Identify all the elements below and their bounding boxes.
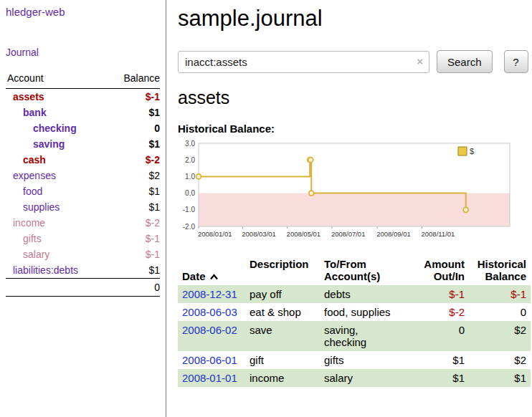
account-row: bank $1 <box>6 105 160 120</box>
register-date-link[interactable]: 2008-06-01 <box>182 354 237 366</box>
account-row: gifts $-1 <box>6 231 160 246</box>
svg-text:$: $ <box>470 147 474 155</box>
accounts-header-balance: Balance <box>108 70 160 89</box>
account-row: food $1 <box>6 183 160 199</box>
svg-text:2008/09/01: 2008/09/01 <box>376 230 411 238</box>
account-row: salary $-1 <box>6 246 160 262</box>
svg-text:2008/01/01: 2008/01/01 <box>198 230 232 238</box>
register-table: Date Description To/From Account(s) Amou… <box>178 255 531 387</box>
account-balance: $-2 <box>108 152 160 168</box>
account-heading: assets <box>178 87 531 108</box>
accounts-total: 0 <box>108 279 160 297</box>
account-row: liabilities:debts $1 <box>6 262 160 279</box>
search-input[interactable] <box>178 51 429 73</box>
page-title: sample.journal <box>178 6 531 32</box>
register-row: 2008-12-31 pay off debts $-1 $-1 <box>178 285 531 303</box>
accounts-header-row: Account Balance <box>6 70 160 89</box>
svg-text:2.0: 2.0 <box>185 156 195 164</box>
register-description: save <box>245 321 320 351</box>
register-date-link[interactable]: 2008-12-31 <box>182 288 237 300</box>
svg-text:2008/03/01: 2008/03/01 <box>242 230 276 238</box>
account-link-supplies[interactable]: supplies <box>23 201 60 213</box>
account-balance: $-1 <box>108 231 160 246</box>
account-row: checking 0 <box>6 120 160 136</box>
register-row: 2008-06-02 save saving, checking 0 $2 <box>178 321 531 351</box>
sort-ascending-icon <box>209 270 219 282</box>
svg-text:3.0: 3.0 <box>185 140 195 148</box>
column-header-date[interactable]: Date <box>178 255 245 285</box>
register-description: gift <box>245 351 320 369</box>
register-amount: $1 <box>414 369 469 387</box>
svg-text:2008/07/01: 2008/07/01 <box>331 230 366 238</box>
register-date-link[interactable]: 2008-06-02 <box>182 324 237 336</box>
column-header-date-label: Date <box>182 270 206 282</box>
account-balance: $-1 <box>108 89 160 105</box>
account-balance: $2 <box>108 168 160 183</box>
register-row: 2008-01-01 income salary $1 $1 <box>178 369 531 387</box>
account-balance: $1 <box>108 199 160 215</box>
account-link-cash[interactable]: cash <box>23 154 46 166</box>
register-balance: $-1 <box>469 285 531 303</box>
column-header-balance: Historical Balance <box>469 255 531 285</box>
register-description: income <box>245 369 320 387</box>
column-header-description: Description <box>245 255 320 285</box>
register-description: eat & shop <box>245 303 320 321</box>
account-balance: $1 <box>108 136 160 152</box>
svg-text:-2.0: -2.0 <box>183 223 196 231</box>
register-balance: 0 <box>469 303 531 321</box>
chart-title: Historical Balance: <box>178 123 531 135</box>
app-window: hledger-web Journal Account Balance asse… <box>0 0 532 417</box>
register-amount: $1 <box>414 351 469 369</box>
svg-text:-1.0: -1.0 <box>183 206 196 214</box>
register-row: 2008-06-03 eat & shop food, supplies $-2… <box>178 303 531 321</box>
account-link-salary[interactable]: salary <box>23 249 49 260</box>
register-accounts: saving, checking <box>320 321 414 351</box>
register-accounts: salary <box>320 369 414 387</box>
register-amount: $-2 <box>414 303 469 321</box>
help-button[interactable]: ? <box>504 50 528 73</box>
svg-text:2008/11/01: 2008/11/01 <box>422 230 455 238</box>
account-balance: $1 <box>108 262 160 279</box>
account-balance: $-1 <box>108 246 160 262</box>
account-link-liabilities-debts[interactable]: liabilities:debts <box>13 264 78 276</box>
account-link-food[interactable]: food <box>23 186 42 197</box>
account-balance: $-2 <box>108 215 160 231</box>
register-description: pay off <box>245 285 320 303</box>
historical-balance-chart: 3.02.01.00.0-1.0-2.02008/01/012008/03/01… <box>178 139 512 245</box>
register-header-row: Date Description To/From Account(s) Amou… <box>178 255 531 285</box>
app-title-link[interactable]: hledger-web <box>6 6 160 18</box>
register-balance: $1 <box>469 369 531 387</box>
account-link-gifts[interactable]: gifts <box>23 233 42 244</box>
search-button[interactable]: Search <box>437 50 493 73</box>
register-accounts: food, supplies <box>320 303 414 321</box>
register-balance: $2 <box>469 321 531 351</box>
svg-text:0.0: 0.0 <box>185 189 195 197</box>
account-row: assets $-1 <box>6 89 160 105</box>
account-link-saving[interactable]: saving <box>33 138 65 150</box>
account-row: saving $1 <box>6 136 160 152</box>
account-link-checking[interactable]: checking <box>33 123 77 134</box>
account-link-expenses[interactable]: expenses <box>13 170 56 181</box>
svg-text:1.0: 1.0 <box>185 173 195 181</box>
account-row: cash $-2 <box>6 152 160 168</box>
register-amount: 0 <box>414 321 469 351</box>
accounts-header-account: Account <box>6 70 108 89</box>
account-row: income $-2 <box>6 215 160 231</box>
account-row: expenses $2 <box>6 168 160 183</box>
svg-text:2008/05/01: 2008/05/01 <box>287 230 321 238</box>
search-form: × Search ? <box>178 50 531 73</box>
account-balance: 0 <box>108 120 160 136</box>
register-balance: $2 <box>469 351 531 369</box>
register-accounts: debts <box>320 285 414 303</box>
accounts-table: Account Balance assets $-1 bank $1 check… <box>6 70 160 297</box>
account-balance: $1 <box>108 105 160 120</box>
register-accounts: gifts <box>320 351 414 369</box>
register-date-link[interactable]: 2008-06-03 <box>182 306 237 318</box>
sidebar-item-journal[interactable]: Journal <box>6 47 160 58</box>
account-link-assets[interactable]: assets <box>13 91 44 102</box>
account-link-income[interactable]: income <box>13 217 45 229</box>
clear-search-icon[interactable]: × <box>417 56 423 67</box>
account-link-bank[interactable]: bank <box>23 107 47 118</box>
register-date-link[interactable]: 2008-01-01 <box>182 372 237 384</box>
column-header-accounts: To/From Account(s) <box>320 255 414 285</box>
